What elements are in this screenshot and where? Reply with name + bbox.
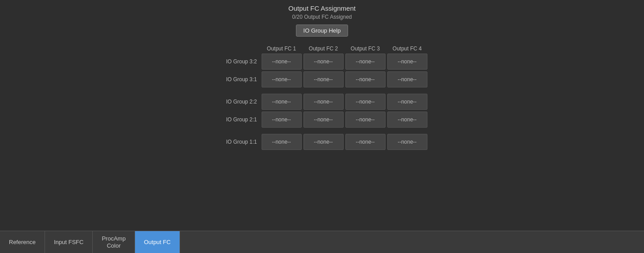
tab-reference[interactable]: Reference [0,231,45,253]
page-subtitle: 0/20 Output FC Assigned [292,14,352,20]
cell-btn-r1-c1[interactable]: --none-- [304,71,344,87]
row-spacer-2 [216,89,428,94]
cell-btn-r4-c1[interactable]: --none-- [304,134,344,150]
cell-btn-r0-c3[interactable]: --none-- [387,54,427,70]
assignment-row-1: IO Group 3:1--none----none----none----no… [216,71,428,87]
main-area: Output FC Assignment 0/20 Output FC Assi… [0,0,644,231]
assignment-table: Output FC 1Output FC 2Output FC 3Output … [216,46,428,152]
bottom-tabs: ReferenceInput FSFCProcAmpColorOutput FC [0,231,644,253]
io-group-help-button[interactable]: IO Group Help [296,25,349,37]
cell-btn-r2-c1[interactable]: --none-- [304,94,344,110]
cell-btn-r4-c0[interactable]: --none-- [262,134,302,150]
cell-btn-r3-c1[interactable]: --none-- [304,112,344,128]
assignment-row-4: IO Group 1:1--none----none----none----no… [216,134,428,150]
tab-input-fsfc[interactable]: Input FSFC [45,231,93,253]
cell-btn-r1-c3[interactable]: --none-- [387,71,427,87]
col-header-3: Output FC 3 [345,46,386,52]
row-label-4: IO Group 1:1 [216,139,261,145]
row-label-2: IO Group 2:2 [216,99,261,105]
assignment-row-0: IO Group 3:2--none----none----none----no… [216,54,428,70]
row-label-3: IO Group 2:1 [216,116,261,123]
assignment-row-2: IO Group 2:2--none----none----none----no… [216,94,428,110]
column-headers: Output FC 1Output FC 2Output FC 3Output … [261,46,428,52]
col-header-4: Output FC 4 [387,46,427,52]
cell-btn-r4-c2[interactable]: --none-- [345,134,386,150]
tab-procamp-color[interactable]: ProcAmpColor [93,231,135,253]
assignment-row-3: IO Group 2:1--none----none----none----no… [216,112,428,128]
row-label-0: IO Group 3:2 [216,58,261,65]
cell-btn-r3-c3[interactable]: --none-- [387,112,427,128]
cell-btn-r0-c2[interactable]: --none-- [345,54,386,70]
cell-btn-r0-c1[interactable]: --none-- [304,54,344,70]
rows-container: IO Group 3:2--none----none----none----no… [216,54,428,152]
tab-output-fc[interactable]: Output FC [135,231,180,253]
row-spacer-4 [216,129,428,134]
cell-btn-r2-c3[interactable]: --none-- [387,94,427,110]
col-header-1: Output FC 1 [262,46,302,52]
cell-btn-r2-c0[interactable]: --none-- [262,94,302,110]
cell-btn-r3-c2[interactable]: --none-- [345,112,386,128]
cell-btn-r1-c0[interactable]: --none-- [262,71,302,87]
col-header-2: Output FC 2 [304,46,344,52]
cell-btn-r3-c0[interactable]: --none-- [262,112,302,128]
row-label-1: IO Group 3:1 [216,76,261,83]
cell-btn-r4-c3[interactable]: --none-- [387,134,427,150]
cell-btn-r0-c0[interactable]: --none-- [262,54,302,70]
cell-btn-r1-c2[interactable]: --none-- [345,71,386,87]
cell-btn-r2-c2[interactable]: --none-- [345,94,386,110]
page-title: Output FC Assignment [288,4,356,12]
